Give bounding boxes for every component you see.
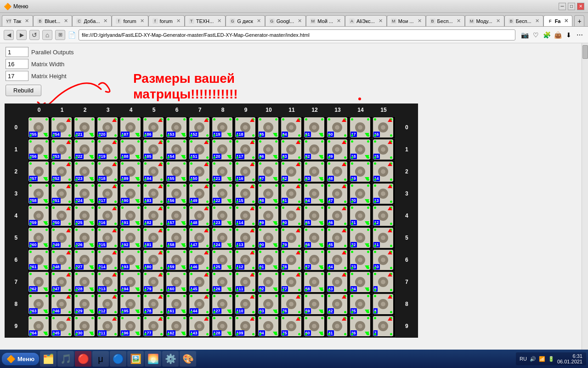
- extension-icon[interactable]: 🧩: [542, 30, 551, 40]
- led-cell-r4-c11[interactable]: 80: [280, 205, 303, 227]
- led-cell-r3-c2[interactable]: 224: [74, 183, 96, 205]
- led-cell-r8-c11[interactable]: 76: [280, 293, 303, 315]
- led-cell-r7-c0[interactable]: 262: [28, 271, 51, 293]
- led-cell-r4-c15[interactable]: 12: [372, 205, 395, 227]
- led-cell-r9-c11[interactable]: 75: [280, 315, 303, 337]
- led-cell-r8-c12[interactable]: 59: [303, 293, 326, 315]
- led-cell-r1-c13[interactable]: 49: [326, 138, 349, 161]
- led-cell-r5-c10[interactable]: 90: [257, 227, 280, 249]
- led-cell-r9-c1[interactable]: 245: [51, 315, 74, 337]
- led-cell-r6-c12[interactable]: 57: [303, 249, 326, 271]
- led-cell-r0-c8[interactable]: 119: [211, 116, 234, 138]
- new-tab-btn[interactable]: +: [574, 15, 584, 26]
- led-cell-r3-c4[interactable]: 190: [119, 183, 142, 205]
- led-cell-r9-c5[interactable]: 177: [142, 315, 165, 337]
- close-btn[interactable]: ✕: [577, 3, 584, 10]
- scrollbar-thumb[interactable]: [582, 45, 588, 59]
- led-cell-r3-c14[interactable]: 20: [349, 183, 372, 205]
- tab-2[interactable]: CДоба...✕: [72, 15, 112, 26]
- led-cell-r7-c13[interactable]: 43: [326, 271, 349, 293]
- led-cell-r5-c9[interactable]: 113: [234, 227, 257, 249]
- led-cell-r1-c7[interactable]: 151: [188, 138, 211, 161]
- led-cell-r5-c13[interactable]: 45: [326, 227, 349, 249]
- back-btn[interactable]: ◀: [4, 30, 14, 40]
- led-cell-r3-c9[interactable]: 115: [234, 183, 257, 205]
- led-cell-r9-c7[interactable]: 143: [188, 315, 211, 337]
- led-cell-r0-c0[interactable]: 255: [28, 116, 51, 138]
- led-cell-r0-c3[interactable]: 220: [96, 116, 119, 138]
- led-cell-r2-c2[interactable]: 223: [74, 161, 96, 183]
- led-cell-r9-c4[interactable]: 196: [119, 315, 142, 337]
- led-cell-r4-c8[interactable]: 123: [211, 205, 234, 227]
- matrix-width-input[interactable]: [6, 59, 28, 69]
- led-cell-r4-c13[interactable]: 46: [326, 205, 349, 227]
- led-cell-r3-c1[interactable]: 251: [51, 183, 74, 205]
- led-cell-r9-c0[interactable]: 264: [28, 315, 51, 337]
- led-cell-r2-c5[interactable]: 184: [142, 161, 165, 183]
- led-cell-r4-c14[interactable]: 21: [349, 205, 372, 227]
- led-cell-r6-c11[interactable]: 78: [280, 249, 303, 271]
- download-icon[interactable]: ⬇: [564, 30, 573, 40]
- led-cell-r9-c14[interactable]: 26: [349, 315, 372, 337]
- led-cell-r2-c3[interactable]: 218: [96, 161, 119, 183]
- start-button[interactable]: 🔶 Меню: [2, 353, 39, 365]
- led-cell-r1-c5[interactable]: 185: [142, 138, 165, 161]
- tab-12[interactable]: MМоду...✕: [465, 15, 504, 26]
- led-cell-r2-c1[interactable]: 252: [51, 161, 74, 183]
- led-cell-r5-c6[interactable]: 158: [165, 227, 188, 249]
- led-cell-r9-c3[interactable]: 211: [96, 315, 119, 337]
- led-cell-r4-c4[interactable]: 191: [119, 205, 142, 227]
- address-bar[interactable]: [79, 29, 515, 40]
- led-cell-r4-c7[interactable]: 148: [188, 205, 211, 227]
- page-scroll[interactable]: Parallel Outputs Matrix Width Matrix Hei…: [0, 43, 582, 350]
- led-cell-r1-c4[interactable]: 188: [119, 138, 142, 161]
- led-cell-r7-c8[interactable]: 126: [211, 271, 234, 293]
- led-cell-r5-c7[interactable]: 147: [188, 227, 211, 249]
- led-cell-r7-c6[interactable]: 160: [165, 271, 188, 293]
- led-cell-r2-c10[interactable]: 87: [257, 161, 280, 183]
- led-cell-r4-c12[interactable]: 55: [303, 205, 326, 227]
- tab-8[interactable]: MМой ...✕: [306, 15, 345, 26]
- led-cell-r3-c7[interactable]: 149: [188, 183, 211, 205]
- led-cell-r2-c13[interactable]: 48: [326, 161, 349, 183]
- bookmark-icon[interactable]: ♡: [531, 30, 540, 40]
- led-cell-r3-c10[interactable]: 88: [257, 183, 280, 205]
- led-cell-r9-c12[interactable]: 60: [303, 315, 326, 337]
- tab-9[interactable]: AAliЭкс...✕: [345, 15, 387, 26]
- camera-icon[interactable]: 📷: [520, 30, 529, 40]
- led-cell-r5-c1[interactable]: 249: [51, 227, 74, 249]
- led-cell-r1-c6[interactable]: 154: [165, 138, 188, 161]
- maximize-btn[interactable]: □: [568, 3, 575, 10]
- led-cell-r9-c15[interactable]: 7: [372, 315, 395, 337]
- led-cell-r6-c9[interactable]: 112: [234, 249, 257, 271]
- led-cell-r2-c7[interactable]: 150: [188, 161, 211, 183]
- led-cell-r3-c0[interactable]: 258: [28, 183, 51, 205]
- led-cell-r7-c14[interactable]: 24: [349, 271, 372, 293]
- led-cell-r7-c15[interactable]: 9: [372, 271, 395, 293]
- tab-13[interactable]: BБесп...✕: [504, 15, 543, 26]
- led-cell-r1-c8[interactable]: 120: [211, 138, 234, 161]
- led-cell-r7-c1[interactable]: 247: [51, 271, 74, 293]
- tab-4[interactable]: fforum✕: [148, 15, 185, 26]
- led-cell-r8-c13[interactable]: 42: [326, 293, 349, 315]
- tab-5[interactable]: TТЕХН...✕: [185, 15, 226, 26]
- led-cell-r7-c10[interactable]: 92: [257, 271, 280, 293]
- led-cell-r2-c0[interactable]: 257: [28, 161, 51, 183]
- led-cell-r9-c6[interactable]: 162: [165, 315, 188, 337]
- scrollbar[interactable]: [582, 43, 588, 350]
- led-cell-r0-c11[interactable]: 84: [280, 116, 303, 138]
- led-cell-r3-c3[interactable]: 217: [96, 183, 119, 205]
- led-cell-r6-c3[interactable]: 214: [96, 249, 119, 271]
- led-cell-r6-c2[interactable]: 227: [74, 249, 96, 271]
- led-cell-r8-c8[interactable]: 127: [211, 293, 234, 315]
- led-cell-r5-c4[interactable]: 192: [119, 227, 142, 249]
- led-cell-r6-c8[interactable]: 125: [211, 249, 234, 271]
- led-cell-r4-c5[interactable]: 182: [142, 205, 165, 227]
- tab-11[interactable]: BБесп...✕: [426, 15, 465, 26]
- menu-text[interactable]: Меню: [13, 3, 28, 10]
- led-cell-r0-c13[interactable]: 50: [326, 116, 349, 138]
- led-cell-r7-c11[interactable]: 77: [280, 271, 303, 293]
- led-cell-r7-c4[interactable]: 194: [119, 271, 142, 293]
- led-cell-r9-c9[interactable]: 109: [234, 315, 257, 337]
- taskbar-icon-photos[interactable]: 🖼️: [127, 351, 144, 367]
